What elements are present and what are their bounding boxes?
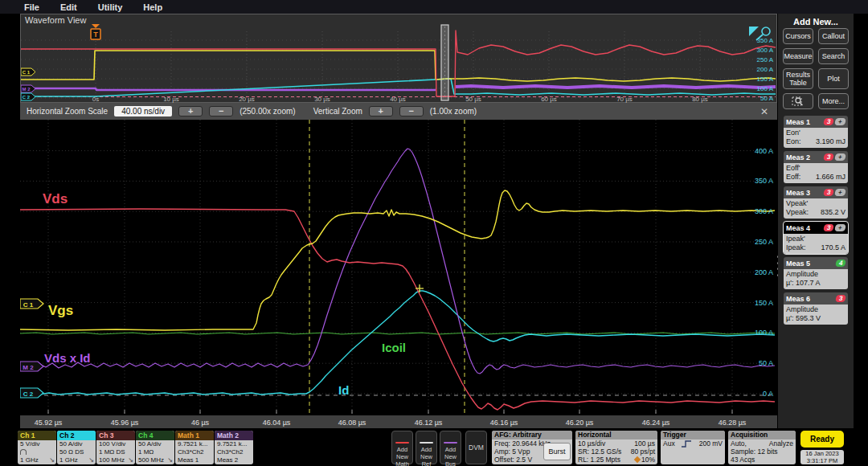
zoom-scale-label: Horizontal Zoom Scale — [27, 107, 108, 116]
math-2-badge[interactable]: Math 2 9.7521 k... Ch3*Ch2 Meas 2 — [215, 431, 253, 464]
vertical-zoom-label: Vertical Zoom — [313, 107, 362, 116]
amps-axis-label: 100 A — [755, 329, 773, 337]
amps-axis-label: 300 A — [755, 207, 773, 215]
plot-m2-badge[interactable]: M 2 — [20, 362, 43, 371]
afg-panel[interactable]: AFG: Arbitrary Freq: 20.9644 kHz Amp: 5 … — [492, 431, 572, 464]
add-callout-button[interactable]: Callout — [818, 28, 849, 44]
ch4-termination: 1 MΩ — [138, 448, 172, 456]
amps-axis-label: 350 A — [755, 177, 773, 185]
add-search-button[interactable]: Search — [818, 48, 849, 64]
v-zoom-plus-button[interactable]: + — [369, 106, 393, 117]
h-window: 100 µs — [634, 439, 655, 448]
horizontal-panel[interactable]: Horizontal 10 µs/div100 µs SR: 12.5 GS/s… — [575, 431, 657, 464]
h-zoom-plus-button[interactable]: + — [178, 106, 203, 117]
acq-mode: Auto, — [731, 439, 747, 448]
meas-5-source-pill: 4 — [835, 260, 846, 267]
ch4-config-icon: ↘ — [167, 456, 173, 464]
zoom-plot-svg: 400 A350 A300 A250 A200 A150 A100 A50 A0… — [20, 120, 777, 428]
dvm-button[interactable]: DVM — [465, 431, 487, 464]
trigger-title: Trigger — [661, 431, 725, 439]
overview-x-label: 80 µs — [692, 96, 708, 103]
trace-label-vgs: Vgs — [48, 303, 73, 318]
meas-4-value: 170.5 A — [821, 243, 845, 252]
meas-3-badge[interactable]: Meas 3 3 + Vpeak' Vpeak: 835.2 V — [784, 186, 848, 219]
math2-expression: Ch3*Ch2 — [217, 448, 251, 456]
h-zoom-readout: (250.00x zoom) — [240, 107, 295, 116]
overview-x-label: 70 µs — [616, 96, 633, 103]
overview-x-label: 20 µs — [239, 96, 255, 103]
add-new-bus-button[interactable]: Add New Bus — [440, 431, 461, 464]
add-cursors-button[interactable]: Cursors — [783, 28, 813, 44]
add-measure-button[interactable]: Measure — [783, 48, 813, 64]
overview-x-label: 30 µs — [314, 96, 330, 103]
add-new-buttons: Cursors Callout Measure Search Results T… — [778, 28, 854, 109]
meas-2-badge[interactable]: Meas 2 3 + Eoff' Eoff: 1.666 mJ — [784, 151, 848, 183]
channel-4-badge[interactable]: Ch 4 50 A/div 1 MΩ 500 MHz ↘ — [136, 431, 174, 464]
channel-2-badge[interactable]: Ch 2 50 A/div 50 Ω DS 1 GHz ↘ — [57, 431, 96, 464]
channel-3-badge[interactable]: Ch 3 100 V/div 1 MΩ DS 100 MHz ↘ — [96, 431, 135, 464]
trigger-panel[interactable]: Trigger Aux 200 mV — [661, 431, 725, 464]
amps-axis-label: 200 A — [755, 268, 773, 276]
horizontal-title: Horizontal — [575, 431, 657, 439]
menu-edit[interactable]: Edit — [60, 2, 77, 12]
meas-1-plus-pill: + — [834, 118, 846, 125]
zoomed-waveform-plot: 400 A350 A300 A250 A200 A150 A100 A50 A0… — [20, 120, 777, 428]
ch4-label: Ch 4 — [136, 431, 174, 440]
menu-file[interactable]: File — [24, 2, 39, 12]
trigger-position-flag[interactable]: T — [91, 24, 100, 39]
overview-x-label: 40 µs — [390, 96, 406, 103]
meas-2-line1: Eoff' — [786, 164, 800, 173]
zoom-window-indicator[interactable] — [441, 25, 448, 100]
overview-x-label: 0s — [92, 96, 99, 103]
add-new-ref-button[interactable]: Add New Ref — [416, 431, 437, 464]
close-zoom-icon[interactable]: ✕ — [758, 106, 771, 117]
meas-5-badge[interactable]: Meas 5 4 Amplitude µ': 107.7 A — [784, 257, 848, 289]
time-axis-label: 46.04 µs — [263, 419, 291, 427]
menu-help[interactable]: Help — [143, 2, 162, 12]
probe-icon — [20, 449, 27, 455]
badge-text: C 1 — [23, 301, 34, 309]
meas-4-label: Ipeak: — [786, 243, 806, 252]
meas-1-line1: Eon' — [786, 129, 800, 137]
math-1-badge[interactable]: Math 1 9.7521 k... Ch3*Ch2 Meas 1 — [175, 431, 214, 464]
v-zoom-minus-button[interactable]: − — [399, 106, 424, 117]
h-sample-rate: SR: 12.5 GS/s — [578, 448, 621, 456]
menu-bar: File Edit Utility Help — [0, 0, 868, 14]
trigger-source: Aux — [663, 439, 675, 448]
settings-bar: Ch 1 5 V/div 1 GHz ↘ Ch 2 50 A/div 50 Ω … — [0, 428, 868, 466]
plot-c2-badge[interactable]: C 2 — [20, 388, 43, 398]
add-more-button[interactable]: More... — [818, 93, 849, 109]
ch2-config-icon: ↘ — [88, 456, 94, 464]
ready-status-badge: Ready — [800, 431, 844, 448]
meas-6-badge[interactable]: Meas 6 3 Amplitude µ': 595.3 V — [784, 292, 848, 325]
plot-c1-badge[interactable]: C 1 — [20, 299, 43, 309]
acquisition-panel[interactable]: Acquisition Auto,Analyze Sample: 12 bits… — [728, 431, 796, 464]
h-zoom-minus-button[interactable]: − — [209, 106, 233, 117]
overview-plot: C 1M 2C 20s10 µs20 µs30 µs40 µs50 µs60 µ… — [21, 23, 776, 103]
ch1-label: Ch 1 — [18, 431, 56, 440]
ch2-termination: 50 Ω DS — [59, 448, 93, 456]
meas-1-badge[interactable]: Meas 1 3 + Eon' Eon: 3.190 mJ — [784, 116, 848, 148]
meas-4-badge[interactable]: Meas 4 3 + Ipeak' Ipeak: 170.5 A — [784, 222, 848, 254]
add-results-table-button[interactable]: Results Table — [783, 68, 813, 89]
math1-scale: 9.7521 k... — [178, 440, 211, 448]
meas-6-title: Meas 6 — [786, 295, 836, 303]
warning-icon — [634, 456, 641, 463]
add-plot-button[interactable]: Plot — [818, 68, 849, 89]
menu-utility[interactable]: Utility — [98, 2, 123, 12]
mask-zoom-button[interactable] — [783, 93, 813, 109]
time-axis-label: 46.12 µs — [415, 419, 443, 427]
time-axis-label: 45.96 µs — [111, 419, 139, 427]
trace-label-icoil: Icoil — [382, 341, 406, 354]
time-text: 3:31:17 PM — [800, 457, 844, 464]
ch3-config-icon: ↘ — [128, 456, 133, 464]
trigger-flag-letter: T — [93, 31, 98, 39]
ch2-scale: 50 A/div — [59, 440, 93, 448]
meas-3-title: Meas 3 — [786, 189, 824, 197]
zoom-scale-value[interactable]: 40.00 ns/div — [114, 106, 172, 117]
overview-m2-badge: M 2 — [21, 85, 35, 92]
add-new-math-button[interactable]: Add New Math — [391, 431, 413, 464]
channel-1-badge[interactable]: Ch 1 5 V/div 1 GHz ↘ — [18, 431, 56, 464]
afg-burst-button[interactable]: Burst — [543, 443, 571, 460]
ch1-config-icon: ↘ — [49, 456, 55, 464]
